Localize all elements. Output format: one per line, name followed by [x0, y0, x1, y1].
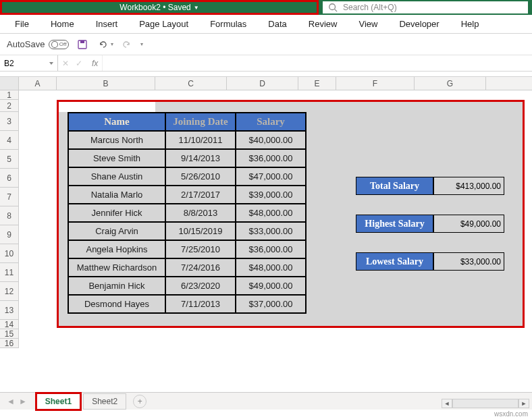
- scroll-right-icon[interactable]: ►: [518, 399, 529, 408]
- cell-name[interactable]: Shane Austin: [68, 167, 165, 186]
- cell-date[interactable]: 11/10/2011: [165, 131, 236, 149]
- formula-input[interactable]: [103, 55, 532, 71]
- title-dropdown-icon[interactable]: ▼: [194, 5, 199, 11]
- tab-home[interactable]: Home: [40, 15, 85, 34]
- cell-date[interactable]: 10/15/2019: [165, 222, 236, 240]
- sheet-tab-2[interactable]: Sheet2: [83, 393, 126, 410]
- table-row[interactable]: Jennifer Hick8/8/2013$48,000.00: [68, 204, 306, 222]
- cell-date[interactable]: 9/14/2013: [165, 149, 236, 167]
- add-sheet-button[interactable]: +: [133, 395, 147, 408]
- cell-salary[interactable]: $40,000.00: [236, 131, 306, 149]
- cell-area[interactable]: Name Joining Date Salary Marcus North11/…: [19, 90, 532, 348]
- table-row[interactable]: Desmond Hayes7/11/2013$37,000.00: [68, 295, 306, 313]
- cell-name[interactable]: Marcus North: [68, 131, 165, 149]
- tab-view[interactable]: View: [348, 15, 388, 34]
- cell-date[interactable]: 7/11/2013: [165, 295, 236, 313]
- cell-name[interactable]: Steve Smith: [68, 149, 165, 167]
- cell-date[interactable]: 5/26/2010: [165, 167, 236, 186]
- cell-date[interactable]: 2/17/2017: [165, 186, 236, 204]
- row-header-3[interactable]: 3: [0, 112, 19, 131]
- tab-data[interactable]: Data: [257, 15, 297, 34]
- table-row[interactable]: Marcus North11/10/2011$40,000.00: [68, 131, 306, 149]
- scroll-track[interactable]: [452, 399, 518, 408]
- cell-date[interactable]: 7/24/2016: [165, 258, 236, 277]
- table-row[interactable]: Craig Arvin10/15/2019$33,000.00: [68, 222, 306, 240]
- undo-button[interactable]: [96, 38, 109, 51]
- row-header-1[interactable]: 1: [0, 90, 19, 100]
- col-header-b[interactable]: B: [57, 77, 155, 90]
- row-header-13[interactable]: 13: [0, 301, 19, 320]
- autosave-toggle[interactable]: AutoSave Off: [7, 39, 69, 49]
- cell-name[interactable]: Angela Hopkins: [68, 240, 165, 258]
- row-header-16[interactable]: 16: [0, 339, 19, 348]
- tab-developer[interactable]: Developer: [388, 15, 450, 34]
- row-header-15[interactable]: 15: [0, 329, 19, 339]
- undo-dropdown-icon[interactable]: ▾: [111, 41, 113, 47]
- table-row[interactable]: Matthew Richardson7/24/2016$48,000.00: [68, 258, 306, 277]
- qat-more-icon[interactable]: ▾: [140, 41, 143, 47]
- row-header-9[interactable]: 9: [0, 225, 19, 244]
- select-all-corner[interactable]: [0, 77, 19, 90]
- table-row[interactable]: Angela Hopkins7/25/2010$36,000.00: [68, 240, 306, 258]
- col-header-c[interactable]: C: [155, 77, 227, 90]
- cell-salary[interactable]: $39,000.00: [236, 186, 306, 204]
- cell-salary[interactable]: $36,000.00: [236, 240, 306, 258]
- cell-name[interactable]: Desmond Hayes: [68, 295, 165, 313]
- cell-name[interactable]: Natalia Marlo: [68, 186, 165, 204]
- cell-salary[interactable]: $47,000.00: [236, 167, 306, 186]
- cell-salary[interactable]: $37,000.00: [236, 295, 306, 313]
- toggle-pill[interactable]: Off: [49, 40, 69, 49]
- col-header-f[interactable]: F: [336, 77, 415, 90]
- redo-button[interactable]: [120, 38, 134, 51]
- cell-name[interactable]: Jennifer Hick: [68, 204, 165, 222]
- row-header-10[interactable]: 10: [0, 244, 19, 263]
- cell-salary[interactable]: $36,000.00: [236, 149, 306, 167]
- horizontal-scrollbar[interactable]: ◄ ►: [442, 397, 529, 410]
- tab-page-layout[interactable]: Page Layout: [128, 15, 199, 34]
- fx-icon[interactable]: fx: [92, 59, 98, 68]
- row-header-4[interactable]: 4: [0, 131, 19, 150]
- cell-date[interactable]: 8/8/2013: [165, 204, 236, 222]
- cell-name[interactable]: Matthew Richardson: [68, 258, 165, 277]
- cell-salary[interactable]: $33,000.00: [236, 222, 306, 240]
- table-row[interactable]: Steve Smith9/14/2013$36,000.00: [68, 149, 306, 167]
- tab-help[interactable]: Help: [450, 15, 490, 34]
- sheet-nav[interactable]: ◄ ►: [7, 397, 35, 406]
- enter-icon[interactable]: ✓: [76, 59, 82, 68]
- table-row[interactable]: Shane Austin5/26/2010$47,000.00: [68, 167, 306, 186]
- scroll-left-icon[interactable]: ◄: [442, 399, 452, 408]
- spreadsheet-grid[interactable]: A B C D E F G 1 2 3 4 5 6 7 8 9 10 11 12…: [0, 77, 532, 348]
- row-header-12[interactable]: 12: [0, 282, 19, 301]
- row-header-14[interactable]: 14: [0, 320, 19, 329]
- name-box[interactable]: B2: [0, 55, 58, 71]
- row-header-6[interactable]: 6: [0, 169, 19, 188]
- tab-formulas[interactable]: Formulas: [199, 15, 257, 34]
- table-row[interactable]: Benjamin Hick6/23/2020$49,000.00: [68, 277, 306, 295]
- cell-salary[interactable]: $48,000.00: [236, 204, 306, 222]
- col-header-e[interactable]: E: [298, 77, 336, 90]
- row-header-7[interactable]: 7: [0, 188, 19, 206]
- cell-salary[interactable]: $49,000.00: [236, 277, 306, 295]
- cell-date[interactable]: 7/25/2010: [165, 240, 236, 258]
- save-button[interactable]: [76, 38, 89, 51]
- next-sheet-icon[interactable]: ►: [19, 397, 27, 406]
- col-header-d[interactable]: D: [227, 77, 298, 90]
- col-header-g[interactable]: G: [415, 77, 486, 90]
- cell-salary[interactable]: $48,000.00: [236, 258, 306, 277]
- row-header-8[interactable]: 8: [0, 206, 19, 225]
- sheet-tab-1[interactable]: Sheet1: [35, 392, 82, 411]
- col-header-a[interactable]: A: [19, 77, 57, 90]
- cancel-icon[interactable]: ✕: [62, 59, 69, 68]
- tab-insert[interactable]: Insert: [85, 15, 129, 34]
- cell-name[interactable]: Benjamin Hick: [68, 277, 165, 295]
- cell-date[interactable]: 6/23/2020: [165, 277, 236, 295]
- row-header-5[interactable]: 5: [0, 150, 19, 169]
- search-box[interactable]: Search (Alt+Q): [323, 1, 528, 13]
- tab-review[interactable]: Review: [298, 15, 348, 34]
- prev-sheet-icon[interactable]: ◄: [7, 397, 15, 406]
- row-header-2[interactable]: 2: [0, 100, 19, 112]
- table-row[interactable]: Natalia Marlo2/17/2017$39,000.00: [68, 186, 306, 204]
- tab-file[interactable]: File: [4, 15, 40, 34]
- cell-name[interactable]: Craig Arvin: [68, 222, 165, 240]
- row-header-11[interactable]: 11: [0, 263, 19, 282]
